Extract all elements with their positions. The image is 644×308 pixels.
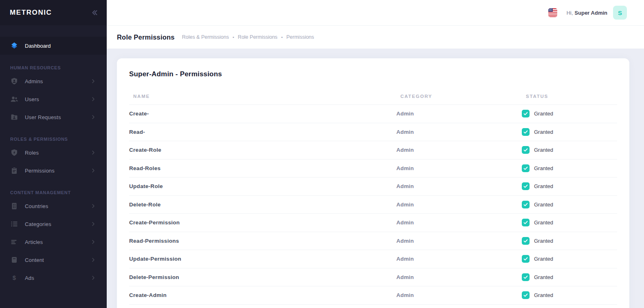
- sidebar-section-title: HUMAN RESOURCES: [10, 65, 97, 70]
- sidebar-item[interactable]: Admins: [0, 72, 107, 90]
- table-body: Create- Admin Granted Read- Admin Gr: [129, 105, 617, 305]
- sidebar-section: ROLES & PERMISSIONS Roles Permissions: [0, 137, 107, 179]
- granted-checkbox[interactable]: [522, 110, 530, 117]
- sidebar-item[interactable]: Permissions: [0, 162, 107, 179]
- sidebar-sections: HUMAN RESOURCES Admins Users: [0, 65, 107, 287]
- sidebar-item[interactable]: Users: [0, 90, 107, 108]
- sidebar-item-dashboard[interactable]: Dashboard: [0, 37, 107, 55]
- granted-checkbox[interactable]: [522, 164, 530, 172]
- permission-status: Granted: [522, 146, 617, 154]
- greeting-prefix: Hi,: [567, 10, 573, 16]
- table-row: Create-Admin Admin Granted: [129, 286, 617, 305]
- permission-category: Admin: [396, 111, 522, 117]
- table-row: Read-Roles Admin Granted: [129, 160, 617, 178]
- permission-status: Granted: [522, 219, 617, 226]
- permissions-card: Super-Admin - Permissions NAME CATEGORY …: [117, 58, 629, 308]
- sidebar-item-label: Roles: [25, 150, 39, 156]
- permission-status: Granted: [522, 182, 617, 190]
- sidebar-item-label: Articles: [25, 239, 43, 245]
- table-header-row: NAME CATEGORY STATUS: [129, 88, 617, 105]
- sidebar-section-items: Countries Categories Articles: [0, 197, 107, 287]
- sidebar-item[interactable]: User Requests: [0, 108, 107, 126]
- granted-checkbox[interactable]: [522, 219, 530, 226]
- table-column-header: STATUS: [522, 94, 617, 99]
- permission-status: Granted: [522, 128, 617, 136]
- us-flag-icon[interactable]: [548, 8, 558, 18]
- permission-category: Admin: [396, 183, 522, 189]
- status-label: Granted: [534, 256, 553, 262]
- list-icon: [10, 220, 18, 228]
- permission-name: Read-Roles: [129, 165, 396, 171]
- shield-bolt-icon: [10, 148, 18, 157]
- sidebar-item[interactable]: Articles: [0, 233, 107, 251]
- sidebar-section: CONTENT MANAGEMENT Countries Categories: [0, 190, 107, 287]
- permission-name: Create-Permission: [129, 219, 396, 226]
- status-label: Granted: [534, 274, 553, 280]
- sidebar: METRONIC Dashboard HUMAN RESOURCES Admin…: [0, 0, 107, 308]
- dashboard-icon: [10, 42, 18, 50]
- book-icon: [10, 256, 18, 264]
- granted-checkbox[interactable]: [522, 291, 530, 299]
- status-label: Granted: [534, 292, 553, 298]
- permission-name: Update-Role: [129, 183, 396, 189]
- granted-checkbox[interactable]: [522, 273, 530, 281]
- chevron-right-icon: [90, 96, 97, 102]
- status-label: Granted: [534, 219, 553, 226]
- permission-category: Admin: [396, 292, 522, 298]
- permission-category: Admin: [396, 238, 522, 244]
- table-column-header: NAME: [129, 94, 396, 99]
- breadcrumb: Roles & Permissions Role Permissions Per…: [182, 34, 314, 40]
- permission-category: Admin: [396, 129, 522, 135]
- permission-name: Create-Admin: [129, 292, 396, 298]
- status-label: Granted: [534, 147, 553, 153]
- avatar[interactable]: S: [613, 6, 627, 20]
- status-label: Granted: [534, 238, 553, 244]
- sidebar-item-label: Ads: [25, 275, 34, 281]
- status-label: Granted: [534, 202, 553, 208]
- sidebar-item[interactable]: $ Ads: [0, 269, 107, 287]
- permission-category: Admin: [396, 219, 522, 226]
- breadcrumb-item[interactable]: Permissions: [277, 34, 314, 40]
- granted-checkbox[interactable]: [522, 237, 530, 245]
- permission-status: Granted: [522, 237, 617, 245]
- permission-status: Granted: [522, 291, 617, 299]
- breadcrumb-item[interactable]: Roles & Permissions: [182, 34, 229, 40]
- sidebar-item[interactable]: Roles: [0, 144, 107, 162]
- granted-checkbox[interactable]: [522, 128, 530, 136]
- sidebar-section: HUMAN RESOURCES Admins Users: [0, 65, 107, 126]
- breadcrumb-item[interactable]: Role Permissions: [229, 34, 277, 40]
- granted-checkbox[interactable]: [522, 201, 530, 208]
- svg-text:$: $: [13, 274, 16, 281]
- table-row: Update-Role Admin Granted: [129, 177, 617, 196]
- permissions-table: NAME CATEGORY STATUS Create- Admin Grant…: [129, 88, 617, 305]
- sidebar-item[interactable]: Countries: [0, 197, 107, 215]
- chevron-right-icon: [90, 114, 97, 120]
- permission-status: Granted: [522, 201, 617, 208]
- chevrons-left-icon[interactable]: [90, 8, 99, 17]
- sidebar-item-label: Users: [25, 96, 39, 102]
- permission-category: Admin: [396, 256, 522, 262]
- table-row: Create- Admin Granted: [129, 105, 617, 123]
- chevron-right-icon: [90, 221, 97, 227]
- permission-status: Granted: [522, 273, 617, 281]
- shield-user-icon: [10, 77, 18, 85]
- granted-checkbox[interactable]: [522, 182, 530, 190]
- chevron-right-icon: [90, 78, 97, 84]
- chevron-right-icon: [90, 167, 97, 174]
- dollar-icon: $: [10, 274, 18, 282]
- users-icon: [10, 95, 18, 103]
- sidebar-section-items: Roles Permissions: [0, 144, 107, 179]
- table-column-header: CATEGORY: [396, 94, 522, 99]
- granted-checkbox[interactable]: [522, 255, 530, 263]
- granted-checkbox[interactable]: [522, 146, 530, 154]
- page-header: Role Permissions Roles & Permissions Rol…: [107, 25, 644, 49]
- table-row: Create-Permission Admin Granted: [129, 214, 617, 232]
- sidebar-item[interactable]: Content: [0, 251, 107, 269]
- sidebar-item[interactable]: Categories: [0, 215, 107, 233]
- permission-name: Update-Permission: [129, 256, 396, 262]
- chevron-right-icon: [90, 275, 97, 281]
- permission-status: Granted: [522, 164, 617, 172]
- user-menu[interactable]: Hi, Super Admin: [567, 10, 607, 16]
- chevron-right-icon: [90, 257, 97, 263]
- sidebar-item-label: Dashboard: [25, 43, 51, 49]
